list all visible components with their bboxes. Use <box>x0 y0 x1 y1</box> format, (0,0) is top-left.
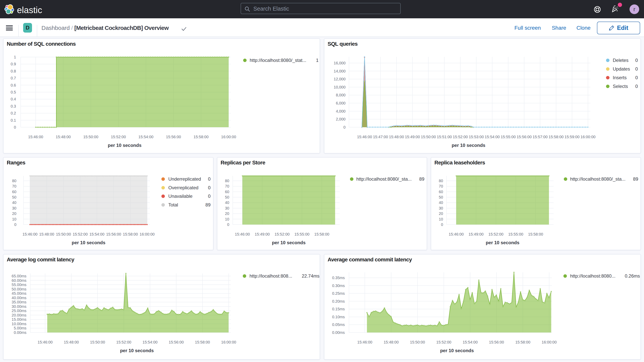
svg-text:60.00ms: 60.00ms <box>12 278 26 282</box>
svg-text:8,000: 8,000 <box>336 93 346 97</box>
svg-text:89: 89 <box>633 176 638 182</box>
svg-text:1: 1 <box>14 55 16 59</box>
svg-text:0.9: 0.9 <box>10 62 16 66</box>
svg-text:15:48:00: 15:48:00 <box>56 135 71 139</box>
svg-text:2,000: 2,000 <box>336 117 346 121</box>
svg-text:15:50:00: 15:50:00 <box>410 340 425 344</box>
svg-text:40.00ms: 40.00ms <box>12 296 26 300</box>
svg-text:per 10 seconds: per 10 seconds <box>486 240 520 245</box>
svg-text:15:56:00: 15:56:00 <box>166 135 181 139</box>
svg-text:0.25ms: 0.25ms <box>332 291 345 296</box>
svg-text:15:47:00: 15:47:00 <box>373 135 388 139</box>
svg-text:0: 0 <box>441 222 443 227</box>
svg-text:0: 0 <box>344 125 346 129</box>
svg-text:15:46:00: 15:46:00 <box>357 340 372 344</box>
svg-text:Unavailable: Unavailable <box>168 194 192 199</box>
svg-text:65.00ms: 65.00ms <box>12 274 26 278</box>
svg-text:0.00ms: 0.00ms <box>14 330 26 335</box>
svg-text:per 10 seconds: per 10 seconds <box>120 348 154 353</box>
svg-text:per 10 seconds: per 10 seconds <box>440 348 474 353</box>
svg-text:55.00ms: 55.00ms <box>12 282 26 287</box>
svg-text:15:50:00: 15:50:00 <box>83 135 98 139</box>
svg-text:15:46:00: 15:46:00 <box>449 232 464 236</box>
svg-text:1: 1 <box>316 58 318 63</box>
svg-text:10: 10 <box>12 217 16 221</box>
svg-text:15:52:00: 15:52:00 <box>453 135 468 139</box>
svg-text:15:48:00: 15:48:00 <box>39 232 54 236</box>
svg-text:15:58:00: 15:58:00 <box>195 340 210 344</box>
svg-text:70: 70 <box>225 184 229 188</box>
svg-text:16:00:00: 16:00:00 <box>221 135 236 139</box>
svg-text:30: 30 <box>439 206 443 210</box>
svg-text:20: 20 <box>225 212 229 216</box>
svg-text:0: 0 <box>227 222 229 227</box>
svg-text:70: 70 <box>12 184 16 188</box>
svg-text:15:58:00: 15:58:00 <box>548 135 564 139</box>
svg-text:15:56:00: 15:56:00 <box>516 135 532 139</box>
svg-text:15:46:00: 15:46:00 <box>235 232 250 236</box>
svg-text:0.7: 0.7 <box>10 76 16 80</box>
svg-text:50: 50 <box>225 195 229 199</box>
svg-text:5.00ms: 5.00ms <box>14 326 26 330</box>
svg-text:15:51:00: 15:51:00 <box>437 135 452 139</box>
svg-text:15:54:00: 15:54:00 <box>485 135 500 139</box>
svg-text:35.00ms: 35.00ms <box>12 300 26 304</box>
svg-text:30.00ms: 30.00ms <box>12 304 26 308</box>
svg-text:http://localhost:8080...: http://localhost:8080... <box>570 273 616 278</box>
svg-text:15:56:00: 15:56:00 <box>106 232 121 236</box>
svg-text:15:52:00: 15:52:00 <box>488 232 504 236</box>
svg-text:14,000: 14,000 <box>334 69 346 73</box>
svg-text:15:56:00: 15:56:00 <box>489 340 504 344</box>
svg-text:15:55:00: 15:55:00 <box>294 232 310 236</box>
svg-text:10,000: 10,000 <box>334 85 346 89</box>
svg-text:0.00ms: 0.00ms <box>332 330 345 335</box>
svg-text:15:49:00: 15:49:00 <box>468 232 484 236</box>
svg-text:15:58:00: 15:58:00 <box>516 340 530 344</box>
svg-text:Selects: Selects <box>613 84 628 89</box>
svg-text:Inserts: Inserts <box>613 75 627 80</box>
svg-text:50: 50 <box>12 195 16 199</box>
svg-text:Ranges: Ranges <box>7 160 26 166</box>
svg-text:0: 0 <box>208 176 210 182</box>
svg-text:15:46:00: 15:46:00 <box>38 340 53 344</box>
svg-text:50.00ms: 50.00ms <box>12 287 26 291</box>
svg-text:16:00:00: 16:00:00 <box>140 232 155 236</box>
svg-text:Overreplicated: Overreplicated <box>168 185 198 190</box>
svg-text:60: 60 <box>439 190 443 194</box>
svg-text:10.00ms: 10.00ms <box>12 322 26 326</box>
svg-text:Average command commit latency: Average command commit latency <box>328 256 412 262</box>
svg-text:15:54:00: 15:54:00 <box>90 232 104 236</box>
svg-text:15:54:00: 15:54:00 <box>142 340 158 344</box>
svg-text:16:00:00: 16:00:00 <box>542 340 557 344</box>
svg-text:12,000: 12,000 <box>334 77 346 81</box>
svg-text:15:57:00: 15:57:00 <box>532 135 548 139</box>
svg-text:15:50:00: 15:50:00 <box>90 340 105 344</box>
svg-text:80: 80 <box>439 179 443 183</box>
svg-text:Deletes: Deletes <box>613 58 628 63</box>
svg-text:15:50:00: 15:50:00 <box>56 232 71 236</box>
svg-text:30: 30 <box>225 206 229 210</box>
svg-text:10: 10 <box>439 217 443 221</box>
svg-text:80: 80 <box>225 179 229 183</box>
svg-text:10: 10 <box>225 217 229 221</box>
svg-text:15:53:00: 15:53:00 <box>469 135 484 139</box>
svg-text:0.8: 0.8 <box>10 69 16 73</box>
svg-text:16:00:00: 16:00:00 <box>221 340 236 344</box>
svg-text:Total: Total <box>168 202 178 208</box>
svg-text:4,000: 4,000 <box>336 109 346 113</box>
svg-text:0.5: 0.5 <box>10 90 16 94</box>
svg-text:25.00ms: 25.00ms <box>12 308 26 313</box>
svg-text:0: 0 <box>14 125 16 129</box>
svg-text:60: 60 <box>12 190 16 194</box>
svg-text:89: 89 <box>205 202 210 208</box>
svg-text:15:48:00: 15:48:00 <box>389 135 404 139</box>
svg-text:per 10 seconds: per 10 seconds <box>108 143 142 148</box>
svg-text:15:58:00: 15:58:00 <box>123 232 138 236</box>
svg-text:0: 0 <box>208 194 210 199</box>
svg-text:Replica leaseholders: Replica leaseholders <box>434 160 485 166</box>
svg-text:15:50:00: 15:50:00 <box>421 135 436 139</box>
svg-text:0.35ms: 0.35ms <box>332 276 345 280</box>
svg-text:15:46:00: 15:46:00 <box>357 135 372 139</box>
svg-text:0.1: 0.1 <box>10 118 16 122</box>
svg-text:http://localhost:8080/_stat...: http://localhost:8080/_stat... <box>250 58 306 63</box>
